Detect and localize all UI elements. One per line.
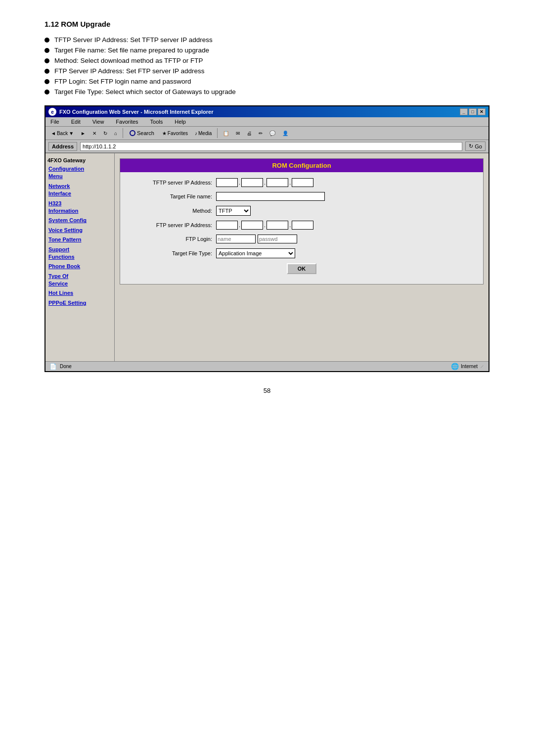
status-corner-icon: ⟋	[480, 364, 485, 369]
status-page-icon: 📄	[49, 363, 57, 370]
sidebar-item-h323[interactable]: H323Information	[48, 200, 111, 215]
toolbar-separator-2	[217, 128, 218, 138]
ftp-ip-2[interactable]	[241, 221, 263, 230]
tftp-ip-4[interactable]	[292, 178, 313, 187]
sidebar-item-system-config[interactable]: System Config	[48, 217, 111, 224]
go-refresh-icon: ↻	[469, 143, 473, 149]
ip-dot-3: .	[289, 180, 291, 186]
print-button[interactable]: 🖨	[244, 129, 254, 138]
tftp-ip-label: TFTP server IP Address:	[128, 180, 212, 186]
home-button[interactable]: ⌂	[112, 129, 120, 138]
ftp-ip-4[interactable]	[292, 221, 313, 230]
menu-item-favorites[interactable]: Favorites	[114, 118, 140, 125]
stop-button[interactable]: ✕	[90, 129, 99, 138]
close-button[interactable]: ✕	[478, 108, 486, 115]
forward-button[interactable]: ►	[78, 129, 88, 138]
menu-item-tools[interactable]: Tools	[148, 118, 165, 125]
ftp-name-input[interactable]	[216, 235, 256, 243]
messenger-button[interactable]: 👤	[280, 129, 291, 138]
media-icon: ♪	[195, 131, 197, 136]
menu-item-file[interactable]: File	[48, 118, 61, 125]
internet-globe-icon: 🌐	[451, 363, 459, 370]
ftp-ip-1[interactable]	[216, 221, 238, 230]
sidebar-item-support-functions[interactable]: SupportFunctions	[48, 246, 111, 261]
bullet-dot-icon	[44, 48, 49, 53]
bullet-item: FTP Login: Set FTP login name and passwo…	[44, 78, 490, 85]
back-button[interactable]: ◄ Back ▼	[48, 129, 76, 138]
sidebar-item-tone-pattern[interactable]: Tone Pattern	[48, 236, 111, 243]
minimize-button[interactable]: _	[460, 108, 468, 115]
bullet-item: Target File name: Set file name prepared…	[44, 47, 490, 54]
media-button[interactable]: ♪ Media	[192, 129, 214, 138]
browser-toolbar: ◄ Back ▼ ► ✕ ↻ ⌂ Search ★ Fa	[45, 127, 489, 140]
back-label: Back	[57, 131, 68, 136]
sidebar-item-voice-setting[interactable]: Voice Setting	[48, 227, 111, 234]
section-title: 1.12 ROM Upgrade	[44, 20, 490, 28]
favorites-button[interactable]: ★ Favorites	[160, 129, 190, 138]
ftp-passwd-input[interactable]	[258, 235, 297, 243]
target-file-row: Target File name:	[128, 192, 475, 201]
bullet-text: FTP Server IP Address: Set FTP server IP…	[54, 67, 205, 75]
sidebar-item-config-menu[interactable]: ConfigurationMenu	[48, 165, 111, 181]
address-label: Address	[48, 142, 77, 151]
login-inputs	[216, 235, 297, 243]
bullet-dot-icon	[44, 58, 49, 63]
sidebar-item-type-of-service[interactable]: Type OfService	[48, 273, 111, 288]
refresh-button[interactable]: ↻	[101, 129, 110, 138]
favorites-label: Favorites	[168, 131, 188, 136]
ie-icon: e	[48, 108, 56, 116]
bullet-list: TFTP Server IP Address: Set TFTP server …	[44, 36, 490, 95]
sidebar: 4FXO Gateway ConfigurationMenu NetworkIn…	[45, 153, 115, 361]
ftp-ip-label: FTP server IP Address:	[128, 222, 212, 228]
titlebar-left: e FXO Configuration Web Server - Microso…	[48, 108, 214, 116]
edit-button[interactable]: ✏	[256, 129, 265, 138]
discuss-button[interactable]: 💬	[267, 129, 278, 138]
target-file-label: Target File name:	[128, 193, 212, 199]
bullet-item: FTP Server IP Address: Set FTP server IP…	[44, 67, 490, 75]
bullet-dot-icon	[44, 90, 49, 94]
method-select[interactable]: TFTP FTP	[216, 206, 251, 216]
search-button[interactable]: Search	[126, 129, 158, 138]
target-file-input[interactable]	[216, 192, 325, 201]
stop-icon: ✕	[92, 131, 96, 136]
titlebar-buttons[interactable]: _ □ ✕	[460, 108, 486, 115]
ok-button[interactable]: OK	[287, 263, 317, 274]
ftp-ip-3[interactable]	[267, 221, 288, 230]
maximize-button[interactable]: □	[469, 108, 477, 115]
tftp-ip-2[interactable]	[241, 178, 263, 187]
media-label: Media	[198, 131, 212, 136]
method-label: Method:	[128, 208, 212, 214]
search-label: Search	[137, 130, 154, 136]
menu-item-help[interactable]: Help	[173, 118, 188, 125]
go-button[interactable]: ↻ Go	[465, 142, 486, 151]
form-area: TFTP server IP Address: . . .	[120, 172, 483, 284]
status-left: 📄 Done	[49, 363, 72, 370]
ftp-ip-inputs: . . .	[216, 221, 313, 230]
home-icon: ⌂	[114, 131, 117, 136]
history-button[interactable]: 📋	[221, 129, 231, 138]
browser-menubar: FileEditViewFavoritesToolsHelp	[45, 117, 489, 127]
bullet-text: Target File name: Set file name prepared…	[54, 47, 209, 54]
search-icon	[130, 130, 135, 136]
bullet-item: TFTP Server IP Address: Set TFTP server …	[44, 36, 490, 44]
target-type-select[interactable]: Application Image Boot Loader FPGA Image	[216, 248, 295, 258]
rom-config-box: ROM Configuration TFTP server IP Address…	[120, 158, 484, 284]
sidebar-item-pppoe-setting[interactable]: PPPoE Setting	[48, 299, 111, 307]
mail-button[interactable]: ✉	[233, 129, 242, 138]
page-number: 58	[44, 387, 490, 394]
address-input[interactable]	[80, 142, 462, 151]
browser-title: FXO Configuration Web Server - Microsoft…	[59, 109, 214, 115]
sidebar-item-network-interface[interactable]: NetworkInterface	[48, 183, 111, 198]
sidebar-item-hot-lines[interactable]: Hot Lines	[48, 289, 111, 297]
tftp-ip-1[interactable]	[216, 178, 238, 187]
tftp-ip-3[interactable]	[267, 178, 288, 187]
sidebar-item-phone-book[interactable]: Phone Book	[48, 263, 111, 270]
tftp-ip-row: TFTP server IP Address: . . .	[128, 178, 475, 187]
menu-item-edit[interactable]: Edit	[69, 118, 83, 125]
bullet-item: Method: Select download method as TFTP o…	[44, 57, 490, 64]
toolbar-separator-1	[123, 128, 123, 138]
ip-dot-1: .	[239, 180, 240, 186]
menu-item-view[interactable]: View	[90, 118, 106, 125]
refresh-icon: ↻	[103, 131, 107, 136]
bullet-text: Method: Select download method as TFTP o…	[54, 57, 203, 64]
